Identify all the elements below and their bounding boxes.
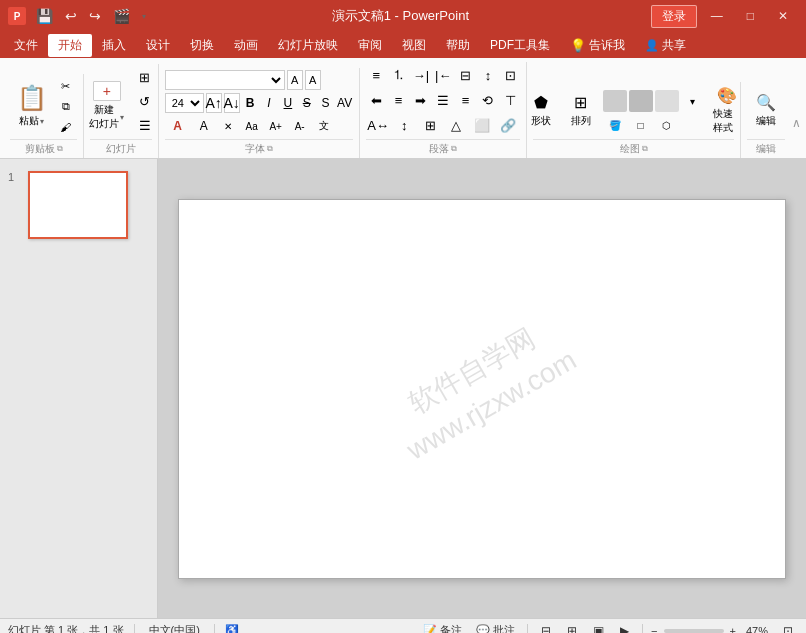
menu-design[interactable]: 设计 — [136, 34, 180, 57]
font-size-dn2-btn[interactable]: A- — [289, 116, 311, 136]
normal-view-btn[interactable]: ⊟ — [536, 622, 556, 634]
language-btn[interactable]: 中文(中国) — [145, 621, 204, 633]
slideshow-btn[interactable]: ▶ — [614, 622, 634, 634]
slide-sorter-btn[interactable]: ⊞ — [562, 622, 582, 634]
cut-button[interactable]: ✂ — [55, 77, 77, 96]
menu-transitions[interactable]: 切换 — [180, 34, 224, 57]
outdent-btn[interactable]: |← — [433, 64, 453, 86]
drawing-expand-icon[interactable]: ⧉ — [642, 144, 648, 154]
font-family-select[interactable] — [165, 70, 285, 90]
notes-btn[interactable]: 📝 备注 — [419, 621, 466, 633]
char-spacing-btn[interactable]: A↔ — [366, 114, 390, 136]
menu-review[interactable]: 审阅 — [348, 34, 392, 57]
format-painter-button[interactable]: 🖌 — [55, 117, 77, 136]
quick-access-expand[interactable]: ▾ — [138, 10, 150, 23]
undo-quick-btn[interactable]: ↩ — [61, 6, 81, 26]
quick-styles-button[interactable]: 🎨 快速样式 — [709, 84, 745, 136]
shadow-button[interactable]: S — [317, 93, 334, 113]
menu-insert[interactable]: 插入 — [92, 34, 136, 57]
align-left-btn[interactable]: ⬅ — [366, 89, 386, 111]
para-spacing-btn[interactable]: ↕ — [392, 114, 416, 136]
numbered-list-btn[interactable]: ⒈ — [388, 64, 408, 86]
font-color-button[interactable]: A — [165, 116, 191, 136]
italic-button[interactable]: I — [261, 93, 278, 113]
slide-thumb-1[interactable] — [28, 171, 128, 239]
slide-layout-button[interactable]: ⊞ — [133, 66, 157, 88]
zoom-slider[interactable] — [664, 629, 724, 633]
clear-format-button[interactable]: ✕ — [217, 116, 239, 136]
shape-fill-btn[interactable]: 🪣 — [603, 114, 627, 136]
font-highlight-button[interactable]: A — [193, 116, 215, 136]
bold-button[interactable]: B — [242, 93, 259, 113]
editing-button[interactable]: 🔍 编辑 — [748, 84, 784, 136]
font-shrink-btn[interactable]: A↓ — [224, 93, 240, 113]
style-swatch-2[interactable] — [629, 90, 653, 112]
zoom-level[interactable]: 47% — [742, 623, 772, 634]
menu-animations[interactable]: 动画 — [224, 34, 268, 57]
login-button[interactable]: 登录 — [651, 5, 697, 28]
menu-view[interactable]: 视图 — [392, 34, 436, 57]
zoom-in-btn[interactable]: + — [730, 625, 736, 634]
bullet-list-btn[interactable]: ≡ — [366, 64, 386, 86]
paste-button[interactable]: 📋 粘贴 ▾ — [11, 76, 53, 136]
paragraph-expand-icon[interactable]: ⧉ — [451, 144, 457, 154]
underline-button[interactable]: U — [279, 93, 296, 113]
menu-help[interactable]: 帮助 — [436, 34, 480, 57]
shape-outline-btn[interactable]: □ — [629, 114, 653, 136]
line-spacing-btn[interactable]: ↕ — [478, 64, 498, 86]
style-swatch-3[interactable] — [655, 90, 679, 112]
menu-file[interactable]: 文件 — [4, 34, 48, 57]
smartart-convert-btn[interactable]: ⊡ — [500, 64, 520, 86]
indent-btn[interactable]: →| — [411, 64, 431, 86]
menu-pdf[interactable]: PDF工具集 — [480, 34, 560, 57]
reading-view-btn[interactable]: ▣ — [588, 622, 608, 634]
font-expand-icon[interactable]: ⧉ — [267, 144, 273, 154]
zoom-out-btn[interactable]: − — [651, 625, 657, 634]
minimize-button[interactable]: — — [701, 5, 733, 27]
close-button[interactable]: ✕ — [768, 5, 798, 27]
add-shape-btn[interactable]: △ — [444, 114, 468, 136]
new-slide-button[interactable]: + 新建幻灯片 ▾ — [85, 76, 129, 136]
menu-home[interactable]: 开始 — [48, 34, 92, 57]
maximize-button[interactable]: □ — [737, 5, 764, 27]
strikethrough-button[interactable]: S — [298, 93, 315, 113]
font-size-decrease-btn[interactable]: A — [287, 70, 303, 90]
menu-share[interactable]: 👤共享 — [635, 34, 696, 57]
text-box-btn[interactable]: ⬜ — [470, 114, 494, 136]
charspace-button[interactable]: AV — [336, 93, 353, 113]
menu-slideshow[interactable]: 幻灯片放映 — [268, 34, 348, 57]
style-swatch-1[interactable] — [603, 90, 627, 112]
slide-canvas[interactable]: 软件自学网www.rjzxw.com — [178, 199, 786, 579]
change-case-button[interactable]: Aa — [241, 116, 263, 136]
columns-btn[interactable]: ⊟ — [455, 64, 475, 86]
font-grow-btn[interactable]: A↑ — [206, 93, 222, 113]
slide-reset-button[interactable]: ↺ — [133, 90, 157, 112]
align-right-btn[interactable]: ➡ — [411, 89, 431, 111]
align-center-btn[interactable]: ≡ — [388, 89, 408, 111]
font-size-increase-btn[interactable]: A — [305, 70, 321, 90]
align-justify2-btn[interactable]: ≡ — [455, 89, 475, 111]
canvas-area[interactable]: 软件自学网www.rjzxw.com — [158, 159, 806, 618]
redo-quick-btn[interactable]: ↪ — [85, 6, 105, 26]
save-quick-btn[interactable]: 💾 — [32, 6, 57, 26]
justify-btn[interactable]: ☰ — [433, 89, 453, 111]
slide-section-button[interactable]: ☰ — [133, 114, 157, 136]
font-size-select[interactable]: 24 — [165, 93, 204, 113]
shape-effect-btn[interactable]: ⬡ — [655, 114, 679, 136]
present-quick-btn[interactable]: 🎬 — [109, 6, 134, 26]
text-direction-btn[interactable]: ⟲ — [478, 89, 498, 111]
slide-thumbnail-1[interactable]: 1 — [4, 167, 153, 243]
menu-tellme[interactable]: 💡告诉我 — [560, 34, 635, 57]
comments-btn[interactable]: 💬 批注 — [472, 621, 519, 633]
arrange-button[interactable]: ⊞ 排列 — [563, 84, 599, 136]
collapse-ribbon-button[interactable]: ∧ — [791, 88, 802, 158]
copy-button[interactable]: ⧉ — [55, 97, 77, 116]
chinese-font-btn[interactable]: 文 — [313, 116, 335, 136]
fit-window-btn[interactable]: ⊡ — [778, 622, 798, 634]
font-size-up2-btn[interactable]: A+ — [265, 116, 287, 136]
link-btn[interactable]: 🔗 — [496, 114, 520, 136]
style-expand-btn[interactable]: ▾ — [681, 90, 705, 112]
align-text-btn[interactable]: ⊤ — [500, 89, 520, 111]
shape-button[interactable]: ⬟ 形状 — [523, 84, 559, 136]
convert-to-smartart-btn[interactable]: ⊞ — [418, 114, 442, 136]
